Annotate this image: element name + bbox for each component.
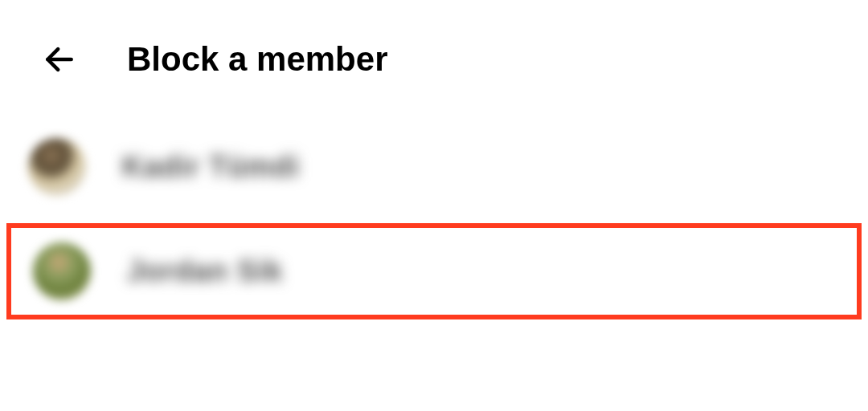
member-name: Jordan Sik <box>127 254 283 288</box>
page-header: Block a member <box>0 0 868 111</box>
back-button[interactable] <box>40 40 79 79</box>
member-name: Kadir Tümdi <box>122 150 300 184</box>
member-row[interactable]: Jordan Sik <box>6 223 862 319</box>
arrow-left-icon <box>42 42 77 77</box>
member-row[interactable]: Kadir Tümdi <box>0 119 868 215</box>
page-title: Block a member <box>127 40 387 79</box>
avatar <box>28 138 86 196</box>
avatar <box>33 242 91 300</box>
member-list: Kadir Tümdi Jordan Sik <box>0 111 868 336</box>
